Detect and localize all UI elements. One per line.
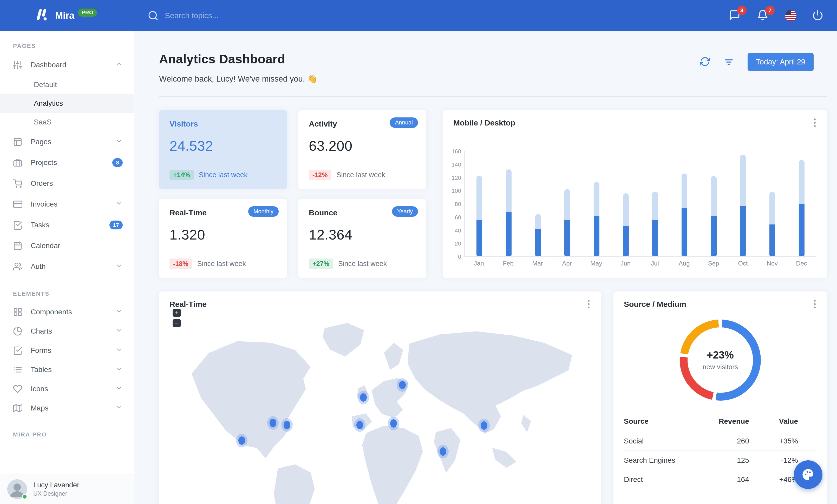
bar-feb [506, 169, 512, 256]
stat-period-pill[interactable]: Monthly [248, 206, 279, 217]
more-vertical-icon[interactable] [809, 117, 820, 128]
sidebar-subitem-analytics[interactable]: Analytics [0, 94, 134, 113]
map-marker[interactable] [267, 416, 279, 430]
sidebar-item-calendar[interactable]: Calendar [0, 236, 134, 256]
world-map[interactable] [159, 312, 601, 504]
bar-segment-desktop [711, 176, 717, 216]
sidebar-item-invoices[interactable]: Invoices [0, 194, 134, 214]
bar-segment-mobile [711, 216, 717, 256]
sidebar-item-dashboard[interactable]: Dashboard [0, 55, 134, 75]
sidebar-item-label: Charts [31, 327, 115, 335]
form-check-icon [13, 346, 22, 355]
brand[interactable]: Mira PRO [0, 7, 134, 24]
bar-segment-mobile [681, 208, 687, 256]
sidebar-item-auth[interactable]: Auth [0, 256, 134, 277]
stat-period-pill[interactable]: Yearly [392, 206, 418, 217]
user-name: Lucy Lavender [33, 481, 79, 489]
messages-button[interactable]: 3 [729, 10, 741, 22]
refresh-button[interactable] [700, 56, 711, 68]
realtime-map-card: Real-Time + − [159, 292, 601, 504]
more-vertical-icon[interactable] [809, 299, 820, 309]
donut-chart: +23% new visitors [680, 320, 761, 400]
bar-jun [623, 193, 629, 256]
map-zoom-in-button[interactable]: + [173, 309, 181, 317]
map-marker[interactable] [388, 417, 399, 430]
sidebar-item-charts[interactable]: Charts [0, 322, 134, 341]
stat-value: 12.364 [309, 226, 416, 243]
cell-revenue: 125 [699, 451, 762, 470]
sidebar-item-label: Auth [31, 262, 115, 271]
page-header-titles: Analytics Dashboard Welcome back, Lucy! … [159, 52, 317, 83]
date-range-button[interactable]: Today: April 29 [748, 53, 814, 71]
stat-delta-badge: +14% [170, 170, 194, 180]
check-square-icon [13, 220, 22, 230]
stats-grid: Visitors24.532 +14% Since last week Acti… [159, 110, 426, 278]
stat-value: 1.320 [170, 226, 277, 243]
theme-settings-fab[interactable] [794, 460, 822, 489]
map-marker[interactable] [358, 391, 369, 404]
us-flag-icon[interactable] [785, 10, 797, 21]
bar-segment-mobile [594, 216, 600, 256]
map-marker[interactable] [397, 378, 408, 392]
chevron-down-icon [115, 200, 123, 207]
filter-button[interactable] [724, 56, 735, 68]
sign-out-button[interactable] [812, 10, 824, 22]
sidebar-item-label: Invoices [31, 200, 115, 208]
sidebar-item-maps[interactable]: Maps [0, 398, 134, 418]
y-axis-tick: 40 [441, 227, 461, 234]
sidebar-item-tables[interactable]: Tables [0, 360, 134, 379]
map-marker[interactable] [437, 445, 449, 458]
cell-source: Search Engines [624, 451, 699, 470]
chevron-up-icon [115, 60, 123, 68]
stat-value: 63.200 [309, 138, 416, 154]
bar-mar [535, 214, 541, 256]
map-marker[interactable] [236, 434, 247, 447]
bar-segment-mobile [564, 220, 570, 256]
bar-dec [799, 160, 804, 256]
more-vertical-icon[interactable] [583, 299, 594, 309]
sidebar-item-forms[interactable]: Forms [0, 341, 134, 360]
map-zoom-out-button[interactable]: − [173, 319, 181, 327]
refresh-icon [700, 56, 710, 67]
dashboard-row-2: Real-Time + − [159, 292, 827, 504]
navbar-search [148, 10, 729, 21]
sidebar-subitem-saas[interactable]: SaaS [0, 113, 134, 131]
stat-period-pill[interactable]: Annual [390, 117, 418, 128]
bar-nov [769, 192, 775, 256]
sidebar-item-orders[interactable]: Orders [0, 173, 134, 194]
bar-oct [740, 155, 746, 256]
donut-center: +23% new visitors [688, 327, 753, 393]
sidebar-user[interactable]: Lucy Lavender UX Designer [0, 474, 134, 504]
bar-may [594, 182, 600, 256]
sidebar-item-tasks[interactable]: Tasks17 [0, 214, 134, 236]
map-marker[interactable] [478, 419, 490, 432]
palette-icon [801, 468, 815, 481]
y-axis-tick: 80 [441, 201, 461, 208]
bar-segment-desktop [594, 182, 600, 216]
cell-value: +35% [762, 432, 817, 451]
sidebar-item-pages[interactable]: Pages [0, 131, 134, 152]
x-axis-label: Nov [758, 260, 787, 267]
search-input[interactable] [165, 11, 300, 20]
table-row-search-engines: Search Engines 125 -12% [624, 451, 817, 470]
sidebar-item-label: Icons [31, 385, 115, 393]
sidebar-subitem-default[interactable]: Default [0, 75, 134, 94]
filter-icon [724, 56, 734, 67]
credit-card-icon [13, 200, 22, 209]
bar-segment-desktop [652, 192, 658, 220]
bar-segment-desktop [477, 175, 482, 220]
bar-segment-desktop [769, 192, 775, 224]
sidebar-item-projects[interactable]: Projects8 [0, 152, 134, 173]
x-axis-label: Oct [728, 260, 758, 267]
map-marker[interactable] [281, 418, 293, 432]
source-table: Source Revenue Value Social 260 +35%Sear… [624, 414, 817, 489]
sidebar-item-icons[interactable]: Icons [0, 379, 134, 398]
notifications-button[interactable]: 7 [757, 10, 769, 22]
sidebar-item-label: Pages [31, 138, 115, 146]
stat-card-activity: ActivityAnnual63.200 -12% Since last wee… [298, 110, 426, 189]
col-value: Value [762, 414, 817, 432]
map-marker[interactable] [354, 418, 366, 432]
sidebar-item-components[interactable]: Components [0, 302, 134, 322]
sidebar-item-label: Calendar [31, 242, 123, 250]
stat-note: Since last week [197, 260, 246, 268]
